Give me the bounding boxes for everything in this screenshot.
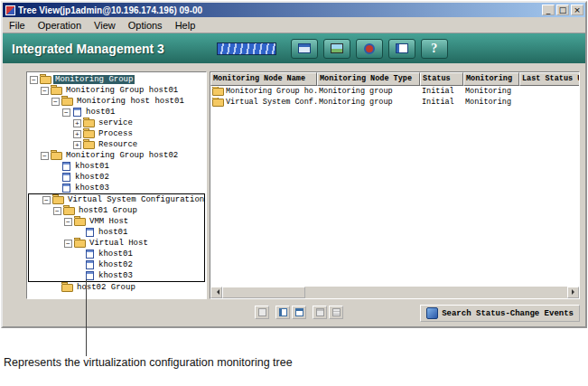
table-row[interactable]: Monitoring Group ho...Monitoring groupIn… [210,86,579,97]
search-status-change-events-button[interactable]: Search Status-Change Events [420,305,580,322]
tree-node-resource[interactable]: +Resource [27,139,206,150]
cell-text: Virtual System Conf... [226,98,317,107]
header-toolbar: ? [291,39,448,59]
menu-help[interactable]: Help [169,19,202,32]
expand-icon[interactable]: + [73,119,81,127]
tree-node-khost01[interactable]: khost01 [27,161,206,172]
tree-node-host01[interactable]: −host01 [27,107,206,118]
menu-operation[interactable]: Operation [32,19,88,32]
scroll-left-button[interactable] [210,287,222,298]
column-header-monitoring-node-type[interactable]: Monitoring Node Type [317,72,420,86]
collapse-icon[interactable]: − [53,207,61,215]
tools-button[interactable] [356,39,383,59]
help-icon: ? [431,42,437,55]
view-button-5[interactable] [329,306,343,319]
tree-node-host01[interactable]: host01 [29,227,204,238]
folder-icon [83,141,95,149]
search-events-icon [426,307,438,319]
tree-node-monitoring-group-host02[interactable]: −Monitoring Group host02 [27,150,206,161]
menu-file[interactable]: File [3,19,32,32]
tree-node-label: khost03 [73,184,111,193]
console-button[interactable] [388,39,415,59]
maximize-button[interactable]: □ [556,5,569,15]
table-cell: Monitoring [463,98,519,107]
view-button-4[interactable] [313,306,327,319]
tree-node-label: host02 Group [75,283,137,292]
view-button-3[interactable] [292,306,306,319]
table-cell: Virtual System Conf... [210,98,317,107]
window-title: Tree View(jp1admin@10.196.174.196) 09-00 [18,5,540,15]
view-button-2[interactable] [275,306,290,319]
collapse-icon[interactable]: − [42,196,51,204]
scroll-right-button[interactable] [567,287,579,298]
table-cell: Monitoring group [317,98,420,107]
view-button-1[interactable] [255,306,269,319]
collapse-icon[interactable]: − [30,76,38,84]
grid-view-icon [332,308,341,316]
folder-icon [212,99,224,107]
tree-node-virtual-host[interactable]: −Virtual Host [29,238,204,249]
tree-node-khost02[interactable]: khost02 [27,172,206,183]
minimize-button[interactable]: _ [542,5,555,15]
split-view-icon [279,308,287,316]
collapse-icon[interactable]: − [64,240,72,248]
tree-node-monitoring-group-host01[interactable]: −Monitoring Group host01 [27,85,206,96]
tree-node-khost03[interactable]: khost03 [29,270,204,281]
collapse-icon[interactable]: − [64,218,72,226]
host-icon [62,184,70,193]
app-header-title: Integrated Management 3 [12,42,164,56]
menu-options[interactable]: Options [122,19,169,32]
tree-node-label: khost01 [73,162,111,171]
tree-node-label: khost01 [97,249,135,259]
close-button[interactable]: × [571,5,583,15]
collapse-icon[interactable]: − [41,87,49,95]
folder-icon [61,98,73,106]
image-button[interactable] [323,39,350,59]
horizontal-scrollbar[interactable] [210,286,579,298]
column-header-last-status-u[interactable]: Last Status U [519,72,580,86]
tree-node-host02-group[interactable]: host02 Group [27,282,206,293]
tree-node-host01-group[interactable]: −host01 Group [29,205,204,216]
tree-node-virtual-system-configuration[interactable]: −Virtual System Configuration [29,194,204,205]
tree-node-process[interactable]: +Process [27,128,206,139]
expand-icon[interactable]: + [73,141,81,149]
collapse-icon[interactable]: − [41,152,49,160]
console-icon [396,43,408,53]
menu-view[interactable]: View [88,19,122,32]
host-icon [86,249,94,259]
tree-node-label: Virtual System Configuration [66,195,206,204]
tree-node-monitoring-host-host01[interactable]: −Monitoring host host01 [27,96,206,107]
tree-node-label: Monitoring Group host01 [64,86,180,95]
column-header-monitoring[interactable]: Monitoring [463,72,519,86]
table-row[interactable]: Virtual System Conf...Monitoring groupIn… [210,97,579,108]
column-header-monitoring-node-name[interactable]: Monitoring Node Name [210,72,317,86]
folder-icon [212,88,224,96]
monitoring-tree: −Monitoring Group−Monitoring Group host0… [26,71,207,299]
collapse-icon[interactable]: − [62,108,70,117]
tree-node-khost03[interactable]: khost03 [27,183,206,193]
tree-node-khost01[interactable]: khost01 [29,249,204,259]
column-header-status[interactable]: Status [420,72,463,86]
tree-node-service[interactable]: +service [27,118,206,128]
tree-node-label: khost03 [97,271,135,280]
host-icon [62,173,70,182]
node-table-panel: Monitoring Node NameMonitoring Node Type… [210,71,580,299]
annotation-text: Represents the virtualization configurat… [4,356,293,369]
collapse-icon[interactable]: − [51,98,60,106]
monitor-button[interactable] [291,39,318,59]
tree-node-vmm-host[interactable]: −VMM Host [29,216,204,227]
folder-icon [40,76,51,84]
help-button[interactable]: ? [421,39,448,59]
folder-icon [51,152,62,160]
folder-icon [52,196,64,204]
tree-node-monitoring-group[interactable]: −Monitoring Group [27,74,206,85]
tree-node-label: khost02 [73,173,111,182]
menu-bar: FileOperationViewOptionsHelp [3,17,585,33]
titlebar[interactable]: Tree View(jp1admin@10.196.174.196) 09-00… [3,3,585,17]
scrollbar-thumb[interactable] [222,287,305,298]
app-icon [5,5,15,15]
tree-node-khost02[interactable]: khost02 [29,259,204,270]
tree-node-label: khost02 [97,260,135,269]
expand-icon[interactable]: + [73,130,81,138]
tree-node-label: host01 [97,228,129,237]
